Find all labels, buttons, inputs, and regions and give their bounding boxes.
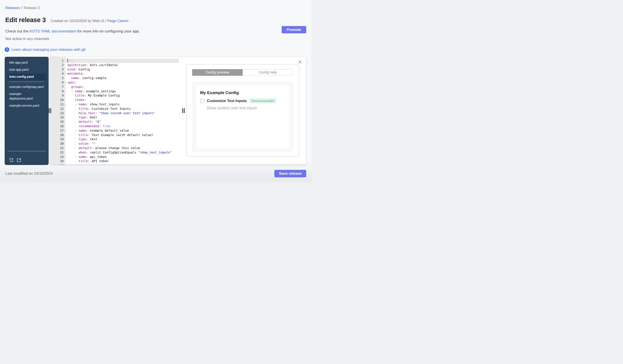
fold-arrow-icon[interactable]: ▾: [65, 155, 66, 160]
code-line-6[interactable]: 6▾spec:: [50, 81, 179, 85]
line-number: 10: [50, 98, 66, 102]
fold-arrow-icon[interactable]: ▾: [65, 89, 66, 94]
code-text: - name: api_token: [66, 155, 107, 159]
new-file-icon[interactable]: [9, 158, 14, 162]
code-text: type: bool: [66, 115, 97, 120]
code-line-2[interactable]: 2apiVersion: kots.io/v1beta1: [50, 63, 179, 67]
code-line-22[interactable]: 22 when: repl{{ ConfigOptionEquals "show…: [50, 150, 179, 155]
line-number: 16: [50, 124, 66, 129]
editor-resize-handle[interactable]: [182, 108, 185, 113]
code-line-23[interactable]: 23▾ - name: api_token: [50, 155, 179, 159]
fold-arrow-icon[interactable]: ▾: [65, 102, 66, 107]
file-item-example-service.yaml[interactable]: example-service.yaml: [7, 102, 46, 109]
code-line-10[interactable]: 10 items:: [50, 98, 179, 102]
fold-arrow-icon[interactable]: ▾: [65, 81, 66, 85]
breadcrumb-link-releases[interactable]: Releases: [5, 6, 20, 10]
fold-arrow-icon[interactable]: ▾: [65, 72, 66, 76]
code-text: name: config-sample: [66, 76, 107, 81]
sidebar-bottom-divider: [7, 151, 46, 156]
config-group-card: My Example Config Customize Text Inputs …: [196, 85, 289, 148]
code-line-21[interactable]: 21 default: please change this value: [50, 146, 179, 150]
code-line-9[interactable]: 9 title: My Example Config: [50, 93, 179, 98]
indent-guide: [75, 107, 75, 129]
line-number: 8▾: [50, 89, 66, 94]
line-number: 5: [50, 76, 66, 81]
save-release-button[interactable]: Save release: [274, 170, 306, 177]
code-text: groups:: [66, 85, 84, 89]
sidebar-resize-handle[interactable]: [49, 108, 51, 113]
code-text: apiVersion: kots.io/v1beta1: [66, 63, 118, 67]
code-line-1[interactable]: 1---: [50, 59, 179, 63]
promote-button[interactable]: Promote: [282, 26, 306, 33]
line-number: 11▾: [50, 102, 66, 107]
docs-prefix: Check out the: [5, 29, 30, 33]
code-text: title: Customize Text Inputs: [66, 107, 131, 111]
code-line-15[interactable]: 15 default: "0": [50, 120, 179, 124]
line-number: 22: [50, 150, 66, 155]
created-info: Created on 10/10/2024 by Web UI / Paige …: [51, 19, 129, 23]
code-line-11[interactable]: 11▾ - name: show_text_inputs: [50, 102, 179, 107]
code-text: help_text: "Show custom user text inputs…: [66, 111, 155, 116]
line-number: 4▾: [50, 72, 66, 76]
code-line-17[interactable]: 17▾ - name: example_default_value: [50, 129, 179, 133]
line-number: 3: [50, 67, 66, 72]
code-line-16[interactable]: 16 recommended: true: [50, 124, 179, 129]
code-line-12[interactable]: 12 title: Customize Text Inputs: [50, 107, 179, 111]
code-line-18[interactable]: 18 title: Text Example (with default val…: [50, 133, 179, 137]
config-preview-area: My Example Config Customize Text Inputs …: [192, 81, 294, 152]
tab-config-help[interactable]: Config help: [243, 69, 293, 76]
code-line-19[interactable]: 19 type: text: [50, 137, 179, 142]
code-line-4[interactable]: 4▾metadata:: [50, 72, 179, 76]
yaml-editor[interactable]: 1---2apiVersion: kots.io/v1beta13kind: C…: [50, 57, 179, 164]
code-line-8[interactable]: 8▾ - name: example_settings: [50, 89, 179, 94]
code-text: ---: [66, 59, 73, 63]
line-number: 13: [50, 111, 66, 116]
file-sidebar: k8s-app.yamlkots-app.yamlkots-config.yam…: [5, 57, 49, 165]
file-list: k8s-app.yamlkots-app.yamlkots-config.yam…: [5, 57, 49, 109]
close-icon[interactable]: [298, 60, 302, 64]
config-option-checkbox[interactable]: [200, 99, 204, 103]
last-modified-text: Last modified on 10/10/2024: [5, 171, 53, 176]
created-text: Created on 10/10/2024 by Web UI /: [51, 19, 106, 23]
line-number: 21: [50, 146, 66, 150]
code-line-24[interactable]: 24 title: API token: [50, 159, 179, 163]
code-text: metadata:: [66, 72, 84, 76]
file-item-kots-app.yaml[interactable]: kots-app.yaml: [7, 66, 46, 73]
text-cursor: [67, 59, 68, 63]
breadcrumb-current: Release 3: [24, 6, 40, 10]
docs-suffix: for more info on configuring your app.: [76, 29, 140, 33]
git-releases-link[interactable]: Learn about managing your releases with …: [12, 47, 86, 52]
code-line-7[interactable]: 7 groups:: [50, 85, 179, 89]
code-line-20[interactable]: 20 value: "": [50, 142, 179, 146]
code-line-14[interactable]: 14 type: bool: [50, 115, 179, 120]
file-item-k8s-app.yaml[interactable]: k8s-app.yaml: [7, 60, 46, 66]
code-text: - name: example_default_value: [66, 129, 129, 133]
line-number: 20: [50, 142, 66, 146]
file-item-example-configmap.yaml[interactable]: example-configmap.yaml: [7, 84, 46, 90]
code-text: title: Text Example (with default value): [66, 133, 153, 137]
line-number: 2: [50, 63, 66, 67]
code-line-3[interactable]: 3kind: Config: [50, 67, 179, 72]
fold-arrow-icon[interactable]: ▾: [65, 129, 66, 133]
config-option-label: Customize Text Inputs: [207, 99, 247, 103]
code-text: when: repl{{ ConfigOptionEquals "show_te…: [66, 150, 172, 155]
title-row: Edit release 3 Created on 10/10/2024 by …: [5, 16, 129, 24]
code-text: kind: Config: [66, 67, 90, 72]
app-root: Releases/Release 3 Edit release 3 Create…: [0, 0, 312, 182]
code-line-5[interactable]: 5 name: config-sample: [50, 76, 179, 81]
author-link[interactable]: Paige Calvert: [107, 19, 129, 23]
code-line-25[interactable]: 25 type: password: [50, 163, 179, 164]
config-preview-panel: Config previewConfig help My Example Con…: [186, 64, 299, 156]
breadcrumb-separator: /: [22, 6, 22, 10]
file-item-kots-config.yaml[interactable]: kots-config.yaml: [7, 74, 46, 80]
code-line-13[interactable]: 13 help_text: "Show custom user text inp…: [50, 111, 179, 116]
line-number: 23▾: [50, 155, 66, 159]
breadcrumb: Releases/Release 3: [5, 6, 40, 10]
code-text: title: API token: [66, 159, 108, 163]
new-folder-icon[interactable]: [17, 158, 22, 162]
file-item-example-deployment.yaml[interactable]: example-deployment.yaml: [7, 91, 46, 102]
kots-docs-link[interactable]: KOTS YAML documentation: [30, 29, 76, 33]
page-title: Edit release 3: [5, 16, 46, 24]
line-number: 14: [50, 115, 66, 120]
tab-config-preview[interactable]: Config preview: [192, 69, 243, 76]
